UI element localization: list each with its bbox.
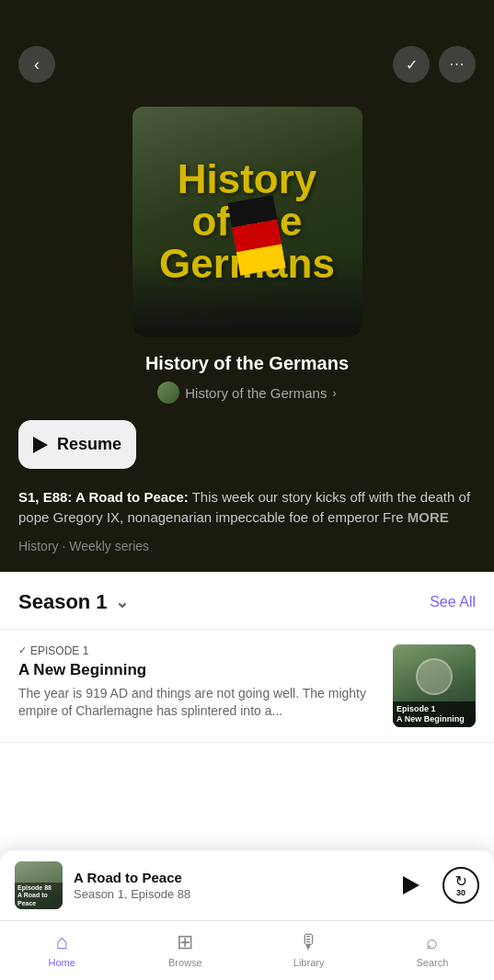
top-section: ‹ ✓ ··· History of the G <box>0 0 494 572</box>
thumb-decoration <box>416 658 453 695</box>
channel-avatar <box>157 382 179 404</box>
nav-item-library[interactable]: 🎙 Library <box>247 930 371 972</box>
channel-link[interactable]: History of the Germans › <box>0 382 494 420</box>
back-button[interactable]: ‹ <box>18 46 55 83</box>
np-play-icon <box>403 876 419 895</box>
thumb-label-line2: A New Beginning <box>396 714 472 724</box>
season-chevron-icon: ⌄ <box>115 592 129 612</box>
channel-name: History of the Germans <box>185 385 327 401</box>
check-icon: ✓ <box>406 56 418 74</box>
more-icon: ··· <box>450 56 465 73</box>
nav-item-home[interactable]: ⌂ Home <box>0 930 123 972</box>
bottom-nav: ⌂ Home ⊞ Browse 🎙 Library ⌕ Search <box>0 920 494 980</box>
podcast-title: History of the Germans <box>0 353 494 382</box>
now-playing-bar: Episode 88A Road to Peace A Road to Peac… <box>0 850 494 920</box>
more-button[interactable]: ··· <box>439 46 476 83</box>
search-icon: ⌕ <box>426 930 438 954</box>
episode-tags: History · Weekly series <box>0 539 494 553</box>
see-all-button[interactable]: See All <box>430 594 476 610</box>
header-actions: ✓ ··· <box>393 46 476 83</box>
nav-label-library: Library <box>293 957 325 968</box>
header: ‹ ✓ ··· <box>0 0 494 97</box>
resume-label: Resume <box>57 435 121 454</box>
check-button[interactable]: ✓ <box>393 46 430 83</box>
more-link[interactable]: MORE <box>408 509 449 525</box>
episode-thumbnail: Episode 1 A New Beginning <box>393 644 476 727</box>
channel-chevron-icon: › <box>332 386 336 400</box>
nav-label-browse: Browse <box>168 957 202 968</box>
episode-title: A New Beginning <box>18 661 380 679</box>
episode-summary: The year is 919 AD and things are not go… <box>18 685 380 721</box>
nav-item-browse[interactable]: ⊞ Browse <box>123 930 247 972</box>
skip-label: 30 <box>456 889 465 897</box>
thumb-label: Episode 1 A New Beginning <box>393 701 476 727</box>
resume-button[interactable]: Resume <box>18 420 136 469</box>
episode-info: ✓ EPISODE 1 A New Beginning The year is … <box>18 644 380 721</box>
episode-label: S1, E88: A Road to Peace: <box>18 489 189 505</box>
back-icon: ‹ <box>34 55 40 74</box>
now-playing-play-button[interactable] <box>395 869 428 902</box>
podcast-artwork[interactable]: History of the Germans <box>132 107 362 336</box>
nav-label-search: Search <box>416 957 448 968</box>
browse-icon: ⊞ <box>177 930 193 954</box>
now-playing-subtitle: Season 1, Episode 88 <box>74 887 384 901</box>
now-playing-controls: ↺ 30 <box>395 867 479 904</box>
episode-number-label: EPISODE 1 <box>30 644 88 657</box>
nav-item-search[interactable]: ⌕ Search <box>371 930 494 972</box>
season-label: Season 1 <box>18 590 108 614</box>
artwork-container: History of the Germans <box>0 97 494 353</box>
list-item[interactable]: ✓ EPISODE 1 A New Beginning The year is … <box>0 630 494 743</box>
season-title[interactable]: Season 1 ⌄ <box>18 590 129 614</box>
now-playing-info: A Road to Peace Season 1, Episode 88 <box>74 870 384 901</box>
np-thumb-label: Episode 88A Road to Peace <box>17 884 60 907</box>
episode-check-icon: ✓ <box>18 644 27 656</box>
episode-description: S1, E88: A Road to Peace: This week our … <box>0 487 494 539</box>
now-playing-thumbnail: Episode 88A Road to Peace <box>15 861 63 909</box>
home-icon: ⌂ <box>55 930 67 954</box>
season-header: Season 1 ⌄ See All <box>0 572 494 630</box>
play-icon <box>33 437 48 453</box>
episode-number: ✓ EPISODE 1 <box>18 644 380 657</box>
library-icon: 🎙 <box>299 930 319 954</box>
now-playing-title: A Road to Peace <box>74 870 384 885</box>
nav-label-home: Home <box>48 957 75 968</box>
thumb-label-line1: Episode 1 <box>396 704 472 714</box>
now-playing-skip-button[interactable]: ↺ 30 <box>442 867 479 904</box>
